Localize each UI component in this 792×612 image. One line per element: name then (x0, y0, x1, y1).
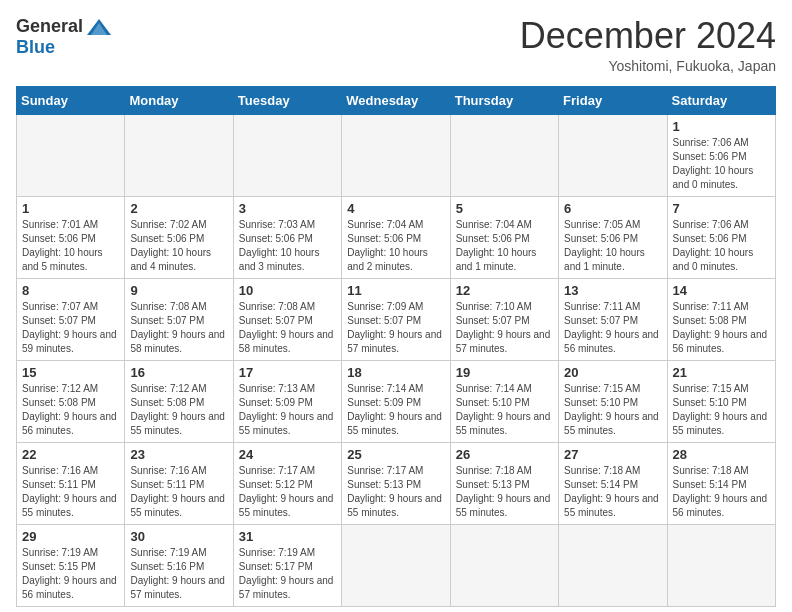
calendar-cell: 23 Sunrise: 7:16 AMSunset: 5:11 PMDaylig… (125, 442, 233, 524)
day-number: 16 (130, 365, 227, 380)
day-info: Sunrise: 7:17 AMSunset: 5:13 PMDaylight:… (347, 465, 442, 518)
day-number: 25 (347, 447, 444, 462)
logo-icon (85, 17, 113, 37)
day-number: 22 (22, 447, 119, 462)
day-info: Sunrise: 7:11 AMSunset: 5:07 PMDaylight:… (564, 301, 659, 354)
page-header: General Blue December 2024 Yoshitomi, Fu… (16, 16, 776, 74)
month-title: December 2024 (520, 16, 776, 56)
calendar-cell: 2 Sunrise: 7:02 AMSunset: 5:06 PMDayligh… (125, 196, 233, 278)
day-number: 27 (564, 447, 661, 462)
day-number: 5 (456, 201, 553, 216)
calendar-cell (559, 114, 667, 196)
day-info: Sunrise: 7:10 AMSunset: 5:07 PMDaylight:… (456, 301, 551, 354)
calendar-cell (559, 524, 667, 606)
calendar-cell: 31 Sunrise: 7:19 AMSunset: 5:17 PMDaylig… (233, 524, 341, 606)
calendar-week-1: 1 Sunrise: 7:06 AMSunset: 5:06 PMDayligh… (17, 114, 776, 196)
day-number: 3 (239, 201, 336, 216)
calendar-cell: 8 Sunrise: 7:07 AMSunset: 5:07 PMDayligh… (17, 278, 125, 360)
day-number: 28 (673, 447, 770, 462)
weekday-header-wednesday: Wednesday (342, 86, 450, 114)
calendar-cell: 16 Sunrise: 7:12 AMSunset: 5:08 PMDaylig… (125, 360, 233, 442)
day-number: 17 (239, 365, 336, 380)
location-subtitle: Yoshitomi, Fukuoka, Japan (520, 58, 776, 74)
calendar-cell: 15 Sunrise: 7:12 AMSunset: 5:08 PMDaylig… (17, 360, 125, 442)
day-number: 29 (22, 529, 119, 544)
day-info: Sunrise: 7:11 AMSunset: 5:08 PMDaylight:… (673, 301, 768, 354)
weekday-header-saturday: Saturday (667, 86, 775, 114)
calendar-cell: 18 Sunrise: 7:14 AMSunset: 5:09 PMDaylig… (342, 360, 450, 442)
calendar-header: SundayMondayTuesdayWednesdayThursdayFrid… (17, 86, 776, 114)
logo-blue-text: Blue (16, 37, 55, 57)
day-number: 24 (239, 447, 336, 462)
calendar-cell: 25 Sunrise: 7:17 AMSunset: 5:13 PMDaylig… (342, 442, 450, 524)
day-number: 1 (22, 201, 119, 216)
day-number: 26 (456, 447, 553, 462)
day-info: Sunrise: 7:03 AMSunset: 5:06 PMDaylight:… (239, 219, 320, 272)
day-number: 8 (22, 283, 119, 298)
calendar-cell (450, 114, 558, 196)
day-info: Sunrise: 7:19 AMSunset: 5:16 PMDaylight:… (130, 547, 225, 600)
calendar-cell: 29 Sunrise: 7:19 AMSunset: 5:15 PMDaylig… (17, 524, 125, 606)
calendar-cell: 30 Sunrise: 7:19 AMSunset: 5:16 PMDaylig… (125, 524, 233, 606)
title-block: December 2024 Yoshitomi, Fukuoka, Japan (520, 16, 776, 74)
calendar-cell: 13 Sunrise: 7:11 AMSunset: 5:07 PMDaylig… (559, 278, 667, 360)
weekday-header-sunday: Sunday (17, 86, 125, 114)
day-number: 15 (22, 365, 119, 380)
calendar-cell: 3 Sunrise: 7:03 AMSunset: 5:06 PMDayligh… (233, 196, 341, 278)
day-number: 14 (673, 283, 770, 298)
day-info: Sunrise: 7:04 AMSunset: 5:06 PMDaylight:… (347, 219, 428, 272)
calendar-cell: 14 Sunrise: 7:11 AMSunset: 5:08 PMDaylig… (667, 278, 775, 360)
calendar-cell: 20 Sunrise: 7:15 AMSunset: 5:10 PMDaylig… (559, 360, 667, 442)
day-info: Sunrise: 7:06 AMSunset: 5:06 PMDaylight:… (673, 219, 754, 272)
calendar-cell (342, 524, 450, 606)
calendar-cell: 5 Sunrise: 7:04 AMSunset: 5:06 PMDayligh… (450, 196, 558, 278)
day-number: 2 (130, 201, 227, 216)
day-info: Sunrise: 7:07 AMSunset: 5:07 PMDaylight:… (22, 301, 117, 354)
day-number: 10 (239, 283, 336, 298)
calendar-cell: 27 Sunrise: 7:18 AMSunset: 5:14 PMDaylig… (559, 442, 667, 524)
calendar-week-6: 29 Sunrise: 7:19 AMSunset: 5:15 PMDaylig… (17, 524, 776, 606)
day-info: Sunrise: 7:14 AMSunset: 5:09 PMDaylight:… (347, 383, 442, 436)
calendar-cell: 7 Sunrise: 7:06 AMSunset: 5:06 PMDayligh… (667, 196, 775, 278)
calendar-body: 1 Sunrise: 7:06 AMSunset: 5:06 PMDayligh… (17, 114, 776, 606)
day-number: 20 (564, 365, 661, 380)
day-info: Sunrise: 7:14 AMSunset: 5:10 PMDaylight:… (456, 383, 551, 436)
calendar-cell: 1 Sunrise: 7:01 AMSunset: 5:06 PMDayligh… (17, 196, 125, 278)
calendar-cell (233, 114, 341, 196)
day-number: 6 (564, 201, 661, 216)
day-number: 30 (130, 529, 227, 544)
calendar-cell: 21 Sunrise: 7:15 AMSunset: 5:10 PMDaylig… (667, 360, 775, 442)
day-info: Sunrise: 7:08 AMSunset: 5:07 PMDaylight:… (239, 301, 334, 354)
day-info: Sunrise: 7:15 AMSunset: 5:10 PMDaylight:… (673, 383, 768, 436)
calendar-week-3: 8 Sunrise: 7:07 AMSunset: 5:07 PMDayligh… (17, 278, 776, 360)
day-number: 23 (130, 447, 227, 462)
calendar-cell: 22 Sunrise: 7:16 AMSunset: 5:11 PMDaylig… (17, 442, 125, 524)
calendar-cell: 10 Sunrise: 7:08 AMSunset: 5:07 PMDaylig… (233, 278, 341, 360)
header-row: SundayMondayTuesdayWednesdayThursdayFrid… (17, 86, 776, 114)
day-info: Sunrise: 7:16 AMSunset: 5:11 PMDaylight:… (130, 465, 225, 518)
calendar-cell: 9 Sunrise: 7:08 AMSunset: 5:07 PMDayligh… (125, 278, 233, 360)
day-info: Sunrise: 7:09 AMSunset: 5:07 PMDaylight:… (347, 301, 442, 354)
day-info: Sunrise: 7:04 AMSunset: 5:06 PMDaylight:… (456, 219, 537, 272)
calendar-table: SundayMondayTuesdayWednesdayThursdayFrid… (16, 86, 776, 607)
day-info: Sunrise: 7:19 AMSunset: 5:17 PMDaylight:… (239, 547, 334, 600)
logo: General Blue (16, 16, 113, 58)
day-number: 1 (673, 119, 770, 134)
day-info: Sunrise: 7:18 AMSunset: 5:14 PMDaylight:… (673, 465, 768, 518)
day-info: Sunrise: 7:12 AMSunset: 5:08 PMDaylight:… (130, 383, 225, 436)
calendar-cell (125, 114, 233, 196)
calendar-week-2: 1 Sunrise: 7:01 AMSunset: 5:06 PMDayligh… (17, 196, 776, 278)
calendar-cell (17, 114, 125, 196)
day-info: Sunrise: 7:08 AMSunset: 5:07 PMDaylight:… (130, 301, 225, 354)
day-info: Sunrise: 7:16 AMSunset: 5:11 PMDaylight:… (22, 465, 117, 518)
weekday-header-thursday: Thursday (450, 86, 558, 114)
day-info: Sunrise: 7:06 AMSunset: 5:06 PMDaylight:… (673, 137, 754, 190)
calendar-cell: 4 Sunrise: 7:04 AMSunset: 5:06 PMDayligh… (342, 196, 450, 278)
calendar-cell: 6 Sunrise: 7:05 AMSunset: 5:06 PMDayligh… (559, 196, 667, 278)
day-info: Sunrise: 7:18 AMSunset: 5:14 PMDaylight:… (564, 465, 659, 518)
day-number: 11 (347, 283, 444, 298)
calendar-cell: 11 Sunrise: 7:09 AMSunset: 5:07 PMDaylig… (342, 278, 450, 360)
calendar-week-5: 22 Sunrise: 7:16 AMSunset: 5:11 PMDaylig… (17, 442, 776, 524)
day-number: 7 (673, 201, 770, 216)
calendar-cell (667, 524, 775, 606)
